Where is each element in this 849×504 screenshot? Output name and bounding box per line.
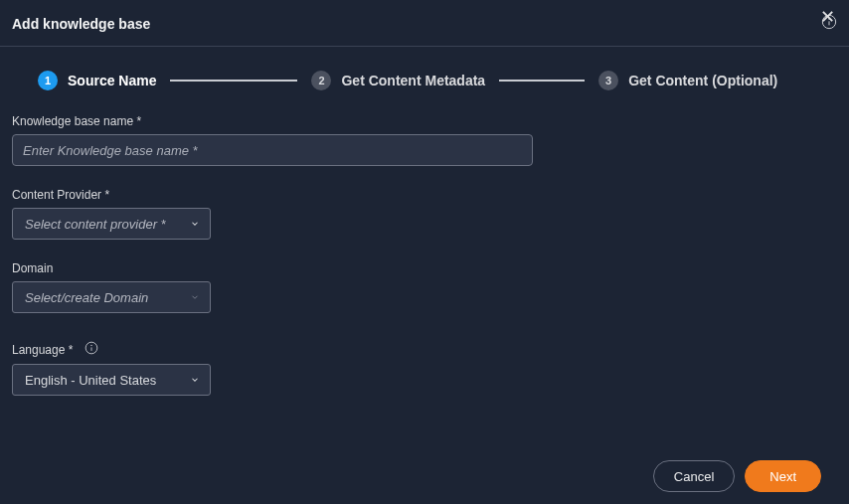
content-provider-label: Content Provider * (12, 188, 837, 202)
step-label: Get Content Metadata (341, 73, 485, 88)
cancel-button[interactable]: Cancel (653, 460, 735, 492)
next-button[interactable]: Next (745, 460, 821, 492)
dialog-footer: Cancel Next (653, 460, 821, 492)
language-label-row: Language * (12, 341, 837, 358)
domain-value: Select/create Domain (25, 290, 148, 305)
language-value: English - United States (25, 373, 156, 388)
step-get-content-optional: 3 Get Content (Optional) (598, 71, 777, 90)
step-number: 3 (598, 71, 618, 90)
kb-name-input[interactable] (12, 134, 533, 166)
step-get-content-metadata: 2 Get Content Metadata (311, 71, 485, 90)
step-connector (499, 80, 585, 82)
step-label: Get Content (Optional) (628, 73, 777, 88)
language-label: Language * (12, 343, 73, 357)
step-label: Source Name (68, 73, 156, 88)
step-source-name: 1 Source Name (38, 71, 156, 90)
chevron-down-icon (190, 215, 200, 233)
field-domain: Domain Select/create Domain (12, 261, 837, 313)
field-language: Language * English - United States (12, 341, 837, 396)
form: Knowledge base name * Content Provider *… (0, 108, 849, 396)
language-select[interactable]: English - United States (12, 364, 211, 396)
content-provider-value: Select content provider * (25, 217, 166, 232)
field-content-provider: Content Provider * Select content provid… (12, 188, 837, 240)
step-number: 2 (311, 71, 331, 90)
dialog-header: Add knowledge base (0, 0, 849, 47)
domain-label: Domain (12, 261, 837, 275)
chevron-down-icon (190, 288, 200, 306)
dialog-title: Add knowledge base (12, 16, 150, 32)
chevron-down-icon (190, 371, 200, 389)
field-kb-name: Knowledge base name * (12, 114, 837, 166)
step-number: 1 (38, 71, 58, 90)
close-icon[interactable]: ✕ (820, 8, 835, 26)
kb-name-label: Knowledge base name * (12, 114, 837, 128)
stepper: 1 Source Name 2 Get Content Metadata 3 G… (0, 47, 849, 108)
step-connector (170, 80, 297, 82)
domain-select[interactable]: Select/create Domain (12, 281, 211, 313)
info-icon[interactable] (85, 341, 98, 358)
content-provider-select[interactable]: Select content provider * (12, 208, 211, 240)
svg-point-5 (91, 345, 92, 346)
